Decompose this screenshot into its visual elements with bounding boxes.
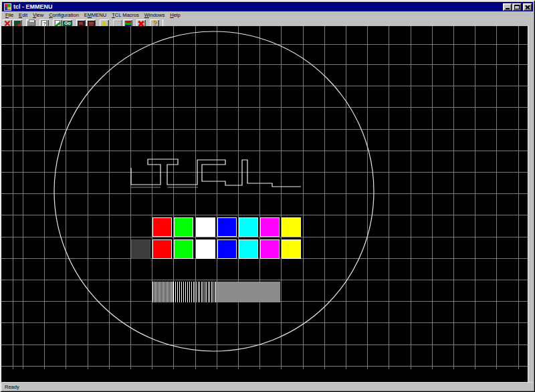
menu-bar: FileEditViewConfigurationEMMENUTCL Macro… <box>3 11 183 19</box>
color-square-row2-3 <box>217 239 237 259</box>
color-square-row2-5 <box>260 239 280 259</box>
test-pattern-canvas[interactable] <box>1 26 528 382</box>
status-bar: Ready <box>2 382 533 391</box>
stripe-pattern-medium <box>173 282 195 302</box>
test-circle <box>54 31 374 351</box>
app-window: tcl - EMMENU FileEditViewConfigurationEM… <box>0 0 535 392</box>
app-icon <box>4 3 11 11</box>
gray-square <box>131 239 150 259</box>
color-square-row1-2 <box>196 217 215 237</box>
test-pattern-overlay <box>1 26 528 382</box>
status-text: Ready <box>5 384 19 390</box>
maximize-icon <box>514 5 520 9</box>
menu-view[interactable]: View <box>30 11 46 19</box>
color-square-row1-6 <box>282 217 301 237</box>
stripe-pattern-coarse <box>195 282 215 302</box>
color-square-row2-2 <box>196 239 215 259</box>
window-title: tcl - EMMENU <box>13 2 53 11</box>
window-controls <box>502 3 532 11</box>
menu-file[interactable]: File <box>3 11 16 19</box>
color-square-row1-4 <box>239 217 258 237</box>
color-square-row1-3 <box>217 217 237 237</box>
tcl-logo <box>131 159 301 187</box>
minimize-icon <box>506 8 510 9</box>
menu-edit[interactable]: Edit <box>16 11 30 19</box>
minimize-button[interactable] <box>503 3 512 11</box>
menu-configuration[interactable]: Configuration <box>46 11 82 19</box>
color-square-row2-0 <box>152 239 172 259</box>
color-square-row1-1 <box>174 217 193 237</box>
color-square-row2-1 <box>174 239 193 259</box>
menu-tcl-macros[interactable]: TCL Macros <box>109 11 142 19</box>
maximize-button[interactable] <box>512 3 521 11</box>
title-bar[interactable]: tcl - EMMENU <box>2 2 533 11</box>
color-square-row1-0 <box>152 217 172 237</box>
stripe-pattern-fine <box>152 282 173 302</box>
color-square-row2-6 <box>282 239 301 259</box>
menu-windows[interactable]: Windows <box>142 11 167 19</box>
resolution-bars <box>152 282 280 302</box>
gray-block <box>215 282 280 302</box>
color-square-row1-5 <box>260 217 280 237</box>
color-square-row2-4 <box>239 239 258 259</box>
menu-help[interactable]: Help <box>167 11 183 19</box>
close-icon <box>525 5 530 9</box>
tcl-logo-outline <box>131 159 301 187</box>
close-button[interactable] <box>523 3 532 11</box>
